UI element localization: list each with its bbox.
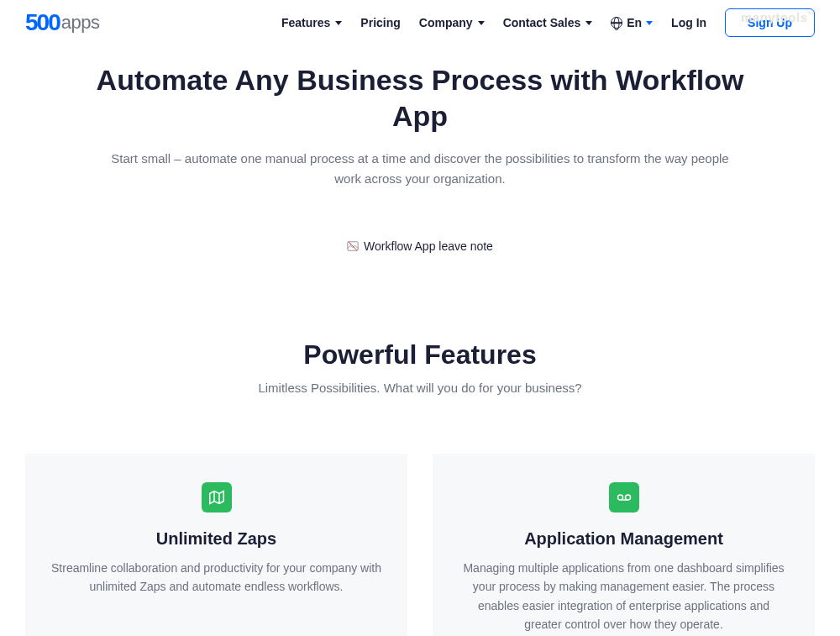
svg-point-9 — [617, 495, 622, 500]
broken-image-icon — [347, 240, 359, 252]
hero-section: Automate Any Business Process with Workf… — [0, 45, 840, 255]
language-label: En — [627, 16, 642, 29]
nav-features[interactable]: Features — [281, 16, 342, 29]
chevron-down-icon — [646, 21, 653, 25]
voicemail-icon — [609, 482, 639, 512]
feature-card-title: Application Management — [458, 529, 790, 549]
nav-pricing[interactable]: Pricing — [360, 16, 400, 29]
map-icon — [202, 482, 232, 512]
svg-point-10 — [625, 495, 630, 500]
header: 500apps Features Pricing Company Contact… — [0, 0, 840, 45]
features-title: Powerful Features — [0, 339, 840, 371]
feature-card-desc: Streamline collaboration and productivit… — [50, 559, 382, 597]
chevron-down-icon — [478, 21, 485, 25]
logo-suffix: apps — [61, 12, 100, 34]
login-link[interactable]: Log In — [671, 16, 706, 29]
broken-image-placeholder: Workflow App leave note — [347, 239, 493, 253]
nav-pricing-label: Pricing — [360, 16, 400, 29]
feature-card-unlimited-zaps: Unlimited Zaps Streamline collaboration … — [25, 454, 407, 636]
feature-card-app-management: Application Management Managing multiple… — [433, 454, 815, 636]
logo[interactable]: 500apps — [25, 9, 99, 36]
nav-features-label: Features — [281, 16, 330, 29]
language-selector[interactable]: En — [611, 16, 653, 29]
features-section-header: Powerful Features Limitless Possibilitie… — [0, 339, 840, 395]
nav-contact-sales[interactable]: Contact Sales — [503, 16, 593, 29]
hero-title: Automate Any Business Process with Workf… — [67, 62, 773, 134]
feature-grid: Unlimited Zaps Streamline collaboration … — [0, 454, 840, 636]
chevron-down-icon — [585, 21, 592, 25]
globe-icon — [611, 17, 622, 29]
feature-card-desc: Managing multiple applications from one … — [458, 559, 790, 634]
nav-company-label: Company — [419, 16, 473, 29]
logo-prefix: 500 — [25, 9, 60, 36]
broken-image-alt: Workflow App leave note — [364, 239, 493, 253]
hero-subtitle: Start small – automate one manual proces… — [101, 149, 739, 189]
signup-button[interactable]: Sign Up — [725, 8, 815, 37]
feature-card-title: Unlimited Zaps — [50, 529, 382, 549]
nav: Features Pricing Company Contact Sales E… — [281, 8, 815, 37]
features-subtitle: Limitless Possibilities. What will you d… — [0, 381, 840, 395]
nav-contact-label: Contact Sales — [503, 16, 581, 29]
chevron-down-icon — [335, 21, 342, 25]
svg-marker-3 — [209, 491, 223, 504]
nav-company[interactable]: Company — [419, 16, 485, 29]
